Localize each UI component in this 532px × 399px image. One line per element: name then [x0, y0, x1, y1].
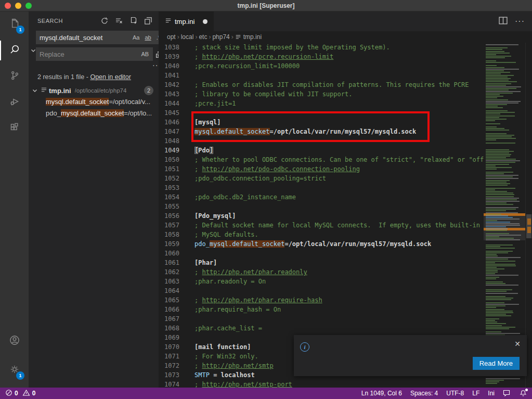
- code-line-1046[interactable]: 1046[mysql]: [159, 118, 484, 127]
- minimap-line: [486, 54, 496, 55]
- sidebar-item-search[interactable]: [0, 37, 29, 63]
- code-line-1038[interactable]: 1038; stack size limit imposed by the Op…: [159, 43, 484, 52]
- code-line-1066[interactable]: 1066;phar.require_hash = On: [159, 305, 484, 314]
- manage-button[interactable]: 1: [0, 357, 29, 383]
- sidebar-item-run-debug[interactable]: [0, 89, 29, 115]
- collapse-all-icon[interactable]: [144, 17, 152, 25]
- breadcrumb-item-tmp-ini[interactable]: tmp.ini: [235, 33, 262, 41]
- code-line-1048[interactable]: 1048: [159, 136, 484, 146]
- code-line-1052[interactable]: 1052;pdo_odbc.connection_pooling=strict: [159, 174, 484, 183]
- notifications-bell-icon[interactable]: [520, 390, 527, 397]
- minimap-line: [486, 76, 508, 78]
- code-line-1057[interactable]: 1057; Default socket name for local MySQ…: [159, 221, 484, 230]
- code-line-1067[interactable]: 1067: [159, 314, 484, 324]
- indentation-status[interactable]: Spaces: 4: [410, 390, 438, 397]
- code-line-1055[interactable]: 1055: [159, 202, 484, 211]
- minimap-line: [486, 104, 507, 105]
- code-line-1039[interactable]: 1039; http://php.net/pcre.recursion-limi…: [159, 52, 484, 61]
- sidebar-item-source-control[interactable]: [0, 63, 29, 89]
- minimap-line: [486, 233, 509, 234]
- clear-search-results-icon[interactable]: [115, 17, 123, 25]
- minimap-line: [486, 218, 520, 220]
- code-line-1062[interactable]: 1062; http://php.net/phar.readonly: [159, 267, 484, 277]
- code-line-1059[interactable]: 1059pdo_mysql.default_socket=/opt/local/…: [159, 239, 484, 249]
- accounts-button[interactable]: [0, 328, 29, 354]
- code-line-1049[interactable]: 1049[Pdo]: [159, 146, 484, 155]
- problems-status[interactable]: 0 0: [5, 389, 35, 398]
- open-in-editor-link[interactable]: Open in editor: [90, 73, 131, 81]
- encoding-status[interactable]: UTF-8: [446, 390, 464, 397]
- match-case-toggle[interactable]: Aa: [131, 34, 141, 41]
- search-sidebar: SEARCH: [29, 11, 159, 388]
- code-line-1058[interactable]: 1058; MySQL defaults.: [159, 230, 484, 239]
- code-line-1064[interactable]: 1064: [159, 286, 484, 295]
- code-line-1068[interactable]: 1068;phar.cache_list =: [159, 324, 484, 333]
- code-line-1060[interactable]: 1060: [159, 249, 484, 258]
- cursor-position-status[interactable]: Ln 1049, Col 6: [361, 390, 402, 397]
- toggle-search-details-icon[interactable]: ···: [36, 61, 164, 70]
- code-line-1050[interactable]: 1050; Whether to pool ODBC connections. …: [159, 155, 484, 164]
- scrollbar-handle[interactable]: [526, 214, 531, 238]
- eol-status[interactable]: LF: [472, 390, 479, 397]
- code-line-1056[interactable]: 1056[Pdo_mysql]: [159, 211, 484, 221]
- code-line-1040[interactable]: 1040;pcre.recursion_limit=100000: [159, 61, 484, 71]
- breadcrumb-item-local[interactable]: local: [181, 33, 194, 41]
- code-line-1061[interactable]: 1061[Phar]: [159, 258, 484, 267]
- error-count: 0: [15, 390, 18, 397]
- minimap-line: [486, 298, 513, 299]
- minimap-line: [486, 383, 497, 384]
- close-window-button[interactable]: [5, 3, 11, 9]
- modified-dot-icon[interactable]: [203, 19, 207, 24]
- search-result-row[interactable]: pdo_mysql.default_socket=/opt/lo...: [29, 108, 159, 119]
- minimap-line: [486, 275, 518, 276]
- code-line-1043[interactable]: 1043; library to be compiled with JIT su…: [159, 89, 484, 99]
- sidebar-item-explorer[interactable]: 1: [0, 11, 29, 37]
- replace-input[interactable]: [40, 50, 139, 58]
- language-mode-status[interactable]: Ini: [488, 390, 495, 397]
- close-icon[interactable]: ✕: [514, 340, 521, 347]
- file-twistie-chevron[interactable]: [31, 88, 39, 93]
- sidebar-item-extensions[interactable]: [0, 115, 29, 141]
- minimap-line: [486, 162, 515, 163]
- minimize-window-button[interactable]: [15, 3, 21, 9]
- code-line-1065[interactable]: 1065; http://php.net/phar.require-hash: [159, 295, 484, 305]
- code-line-1044[interactable]: 1044;pcre.jit=1: [159, 99, 484, 108]
- code-line-1041[interactable]: 1041: [159, 71, 484, 80]
- search-input[interactable]: [40, 34, 131, 42]
- feedback-icon[interactable]: [503, 390, 511, 397]
- maximize-window-button[interactable]: [25, 3, 32, 9]
- preserve-case-toggle[interactable]: AB: [139, 50, 150, 58]
- code-line-1042[interactable]: 1042; Enables or disables JIT compilatio…: [159, 80, 484, 89]
- minimap-line: [486, 220, 497, 221]
- breadcrumb-item-php74[interactable]: php74: [212, 33, 229, 41]
- toggle-replace-chevron[interactable]: [31, 31, 36, 70]
- breadcrumb-item-etc[interactable]: etc: [199, 33, 207, 41]
- minimap-line: [486, 138, 516, 139]
- code-line-1045[interactable]: 1045: [159, 108, 484, 118]
- minimap-line: [486, 86, 521, 87]
- code-line-1063[interactable]: 1063;phar.readonly = On: [159, 277, 484, 286]
- search-result-file-row[interactable]: tmp.ini /opt/local/etc/php74 2: [29, 85, 159, 96]
- read-more-button[interactable]: Read More: [473, 357, 520, 370]
- minimap-line: [486, 139, 496, 140]
- refresh-icon[interactable]: [100, 17, 109, 25]
- tab-tmp-ini[interactable]: tmp.ini: [159, 11, 214, 31]
- code-line-1054[interactable]: 1054;pdo_odbc.db2_instance_name: [159, 192, 484, 202]
- search-result-row[interactable]: mysql.default_socket=/opt/local/v...: [29, 96, 159, 108]
- minimap-line: [486, 93, 513, 94]
- minimap-line: [486, 323, 506, 324]
- minimap-line: [486, 156, 510, 157]
- ini-file-icon: [165, 17, 172, 25]
- minimap-line: [486, 222, 510, 223]
- breadcrumb-item-opt[interactable]: opt: [167, 33, 176, 41]
- split-editor-icon[interactable]: [499, 17, 508, 27]
- minimap-line: [486, 289, 512, 290]
- settings-badge: 1: [16, 371, 24, 380]
- code-line-1053[interactable]: 1053: [159, 183, 484, 192]
- whole-word-toggle[interactable]: ab: [143, 34, 152, 41]
- code-line-1051[interactable]: 1051; http://php.net/pdo-odbc.connection…: [159, 164, 484, 174]
- code-line-1047[interactable]: 1047mysql.default_socket=/opt/local/var/…: [159, 127, 484, 136]
- code-line-1074[interactable]: 1074; http://php.net/smtp-port: [159, 380, 484, 388]
- more-actions-icon[interactable]: ···: [515, 17, 525, 26]
- new-search-editor-icon[interactable]: [129, 17, 138, 25]
